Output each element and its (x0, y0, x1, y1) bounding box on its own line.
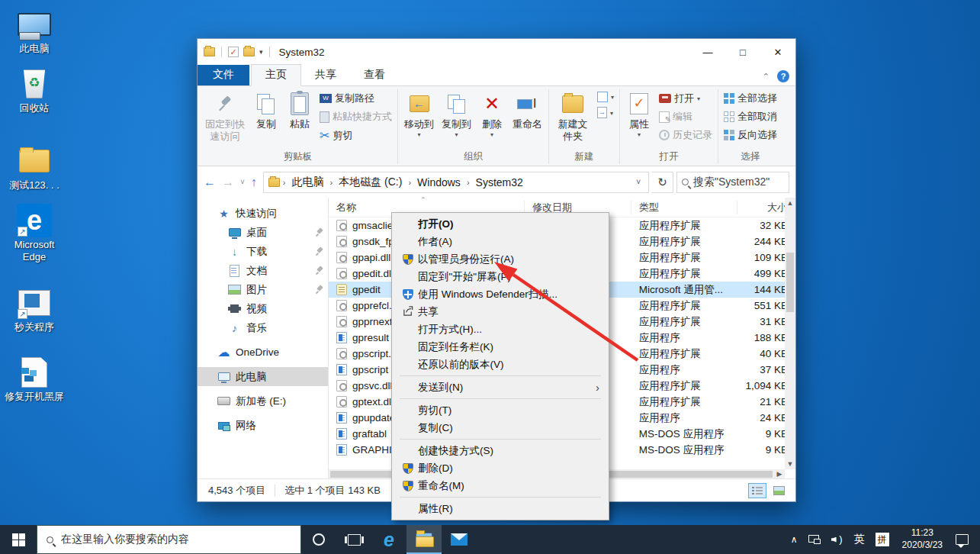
edit-button[interactable]: 编辑 (656, 109, 715, 124)
menu-item[interactable]: 共享 (392, 303, 609, 320)
breadcrumb-segment[interactable]: 此电脑 (288, 174, 329, 191)
tab-file[interactable]: 文件 (198, 65, 249, 85)
sidebar-item-video[interactable]: 视频 (198, 299, 328, 318)
task-view-button[interactable] (336, 525, 371, 554)
hidden-icons-chevron-icon[interactable]: ∧ (787, 534, 802, 545)
sidebar-item-desktop[interactable]: 桌面 (198, 223, 328, 242)
cortana-button[interactable] (301, 525, 336, 554)
menu-item[interactable]: 打开(O) (392, 215, 609, 233)
details-view-button[interactable] (748, 483, 766, 498)
desktop-icon-app-shortcut[interactable]: ↗秒关程序 (3, 286, 66, 333)
network-tray-button[interactable] (805, 535, 824, 544)
menu-item[interactable]: 还原以前的版本(V) (392, 356, 609, 373)
copy-path-button[interactable]: W 复制路径 (316, 91, 395, 106)
back-button[interactable]: ← (204, 176, 216, 189)
scroll-right-icon[interactable]: ▶ (774, 470, 785, 478)
menu-item[interactable]: 重命名(M) (392, 477, 609, 494)
desktop-icon-this-pc[interactable]: 此电脑 (3, 8, 66, 55)
menu-item[interactable]: 剪切(T) (392, 401, 609, 419)
address-box[interactable]: ›此电脑›本地磁盘 (C:)›Windows›System32 ˅ (263, 172, 649, 193)
vertical-scrollbar[interactable]: ▲ ▼ (785, 198, 795, 469)
menu-item[interactable]: 以管理员身份运行(A) (392, 250, 609, 268)
sidebar-item-music[interactable]: ♪音乐 (198, 318, 328, 337)
breadcrumb-segment[interactable]: System32 (471, 175, 528, 190)
new-item-button[interactable]: ▾ (594, 91, 617, 103)
open-button[interactable]: 打开▾ (656, 91, 715, 106)
column-header-type[interactable]: 类型 (631, 201, 738, 214)
sidebar-item-pc[interactable]: 此电脑 (198, 367, 328, 386)
select-none-button[interactable]: 全部取消 (721, 109, 780, 124)
group-label-open: 打开 (622, 149, 715, 166)
menu-item[interactable]: 删除(D) (392, 459, 609, 477)
menu-item[interactable]: 打开方式(H)... (392, 320, 609, 338)
menu-item[interactable]: 发送到(N)› (392, 378, 609, 396)
tab-home[interactable]: 主页 (251, 64, 301, 86)
menu-item[interactable]: 创建快捷方式(S) (392, 442, 609, 459)
sidebar-item-drive[interactable]: 新加卷 (E:) (198, 391, 328, 411)
copy-button[interactable]: 复制 (249, 88, 283, 132)
move-to-button[interactable]: 移动到▾ (400, 88, 438, 140)
input-language-button[interactable]: 英 (850, 533, 869, 546)
help-icon[interactable]: ? (777, 70, 789, 82)
minimize-button[interactable]: — (690, 39, 725, 65)
maximize-button[interactable]: □ (725, 39, 760, 65)
menu-item[interactable]: 作者(A) (392, 233, 609, 250)
menu-item[interactable]: 使用 Windows Defender扫描... (392, 285, 609, 303)
select-all-button[interactable]: 全部选择 (721, 91, 780, 106)
forward-button[interactable]: → (222, 176, 234, 189)
properties-qat-icon[interactable]: ✓ (228, 47, 239, 57)
desktop-icon-folder[interactable]: 测试123. . . (3, 144, 66, 192)
up-button[interactable]: ↑ (251, 176, 257, 189)
search-box[interactable]: 搜索"System32" (676, 172, 789, 193)
delete-button[interactable]: ✕ 删除▾ (475, 88, 509, 140)
sidebar-item-download[interactable]: ↓下载 (198, 242, 328, 261)
pin-to-quick-access-button[interactable]: 固定到快速访问 (201, 88, 249, 143)
taskbar-search-box[interactable]: 在这里输入你要搜索的内容 (37, 525, 301, 554)
start-button[interactable] (0, 525, 37, 554)
rename-button[interactable]: 重命名 (509, 88, 546, 132)
menu-item[interactable]: 属性(R) (392, 500, 609, 517)
sidebar-item-star[interactable]: ★快速访问 (198, 204, 328, 223)
file-explorer-taskbar-button[interactable] (406, 525, 442, 554)
easy-access-button[interactable]: ▾ (594, 106, 617, 119)
ime-mode-button[interactable]: 拼 (872, 533, 893, 546)
menu-item[interactable]: 复制(C) (392, 419, 609, 436)
vertical-scrollbar-thumb[interactable] (786, 253, 794, 312)
recent-locations-chevron-icon[interactable]: ˅ (240, 178, 245, 186)
sidebar-item-pic[interactable]: 图片 (198, 280, 328, 299)
tab-view[interactable]: 查看 (350, 65, 399, 85)
menu-item[interactable]: 固定到"开始"屏幕(P) (392, 268, 609, 285)
tab-share[interactable]: 共享 (301, 65, 350, 85)
volume-tray-button[interactable] (827, 535, 847, 545)
paste-shortcut-button[interactable]: 粘贴快捷方式 (316, 109, 395, 124)
desktop-icon-reg-file[interactable]: 修复开机黑屏 (3, 356, 66, 403)
address-dropdown-chevron-icon[interactable]: ˅ (631, 178, 645, 186)
sidebar-item-cloud[interactable]: ☁OneDrive (198, 343, 328, 362)
invert-selection-button[interactable]: 反向选择 (721, 127, 780, 143)
breadcrumb-segment[interactable]: 本地磁盘 (C:) (334, 174, 406, 191)
copy-to-button[interactable]: 复制到▾ (438, 88, 475, 140)
desktop-icon-recycle[interactable]: 回收站 (3, 67, 66, 114)
close-button[interactable]: ✕ (760, 39, 795, 65)
large-icons-view-button[interactable] (770, 483, 788, 498)
edge-taskbar-button[interactable]: e (371, 525, 406, 554)
new-folder-button[interactable]: 新建文件夹 (551, 88, 594, 143)
new-folder-qat-icon[interactable] (243, 47, 255, 56)
clock[interactable]: 11:23 2020/3/23 (896, 527, 949, 551)
action-center-button[interactable] (952, 534, 975, 545)
menu-item[interactable]: 固定到任务栏(K) (392, 338, 609, 356)
qat-customize-chevron-icon[interactable]: ▾ (259, 48, 263, 56)
desktop-icon-edge[interactable]: ↗Microsoft Edge (3, 204, 66, 264)
sidebar-item-net[interactable]: 网络 (198, 416, 328, 435)
breadcrumb-segment[interactable]: Windows (413, 175, 465, 190)
scroll-up-icon[interactable]: ▲ (787, 198, 794, 208)
cut-button[interactable]: ✂ 剪切 (316, 127, 395, 143)
collapse-ribbon-icon[interactable]: ⌃ (763, 72, 770, 82)
refresh-button[interactable]: ↻ (652, 172, 673, 193)
mail-taskbar-button[interactable] (442, 525, 477, 554)
scroll-down-icon[interactable]: ▼ (787, 459, 794, 469)
paste-button[interactable]: 粘贴 (283, 88, 316, 132)
properties-button[interactable]: 属性▾ (622, 88, 656, 140)
sidebar-item-doc[interactable]: 文档 (198, 261, 328, 280)
history-button[interactable]: 历史记录 (656, 127, 715, 143)
